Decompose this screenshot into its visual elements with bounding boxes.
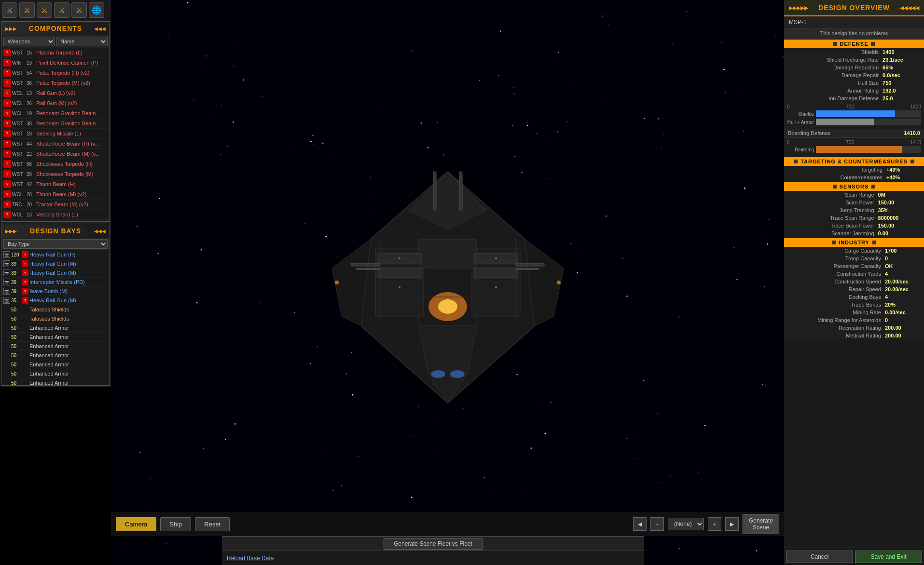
comp-code: WST	[12, 182, 26, 187]
stat-label: Shields	[784, 48, 881, 56]
toolbar-icon-5[interactable]: ⚔	[71, 2, 87, 18]
table-row: Scanner Jamming 0.00	[784, 229, 924, 237]
list-item[interactable]: ? WST 18 Seeking Missile (L)	[1, 129, 110, 139]
svg-point-4	[438, 299, 457, 314]
toolbar-icon-2[interactable]: ⚔	[19, 2, 35, 18]
svg-point-15	[557, 281, 561, 284]
comp-badge: ?	[3, 140, 11, 148]
list-item[interactable]: ? WCL 28 Thuon Beam (M) (v2)	[1, 189, 110, 200]
ship-button[interactable]: Ship	[160, 517, 191, 531]
toolbar-icon-1[interactable]: ⚔	[2, 2, 17, 18]
list-item[interactable]: ? WIN 13 Point Defense Cannon (P)	[1, 58, 110, 68]
list-item[interactable]: 50 Enhanced Armor	[1, 369, 110, 378]
stat-value: 192.0	[881, 87, 924, 94]
mini-btn-left[interactable]: ◀	[633, 517, 647, 531]
generate-scene-button[interactable]: GenerateScene	[743, 514, 779, 534]
list-item[interactable]: 50 Enhanced Armor	[1, 351, 110, 360]
bay-badge: ?	[22, 297, 28, 304]
shields-bar-max: 1400	[910, 104, 921, 109]
list-item[interactable]: 50 Enhanced Armor	[1, 333, 110, 342]
table-row: Trade Bonus 20%	[784, 301, 924, 309]
table-row: Shields 1400	[784, 48, 924, 56]
generate-fleet-bar: Generate Scene Fleet vs Fleet	[222, 536, 644, 551]
mini-btn-minus[interactable]: −	[650, 517, 664, 531]
reload-base-data-button[interactable]: Reload Base Data	[227, 555, 274, 562]
design-bays-list: 📷 120 ? Heavy Rail Gun (H) 📷 39 ? Heavy …	[1, 250, 110, 385]
list-item[interactable]: 50 Enhanced Armor	[1, 360, 110, 369]
list-item[interactable]: ? WST 15 Plasma Torpedo (L)	[1, 48, 110, 58]
comp-name: Pulse Torpedo (H) (v2)	[36, 70, 89, 76]
toolbar-icon-3[interactable]: ⚔	[37, 2, 52, 18]
list-item[interactable]: ? WCL 26 Rail Gun (M) (v2)	[1, 98, 110, 108]
camera-button[interactable]: Camera	[116, 517, 156, 531]
list-item[interactable]: 📷 39 ? Heavy Rail Gun (M)	[1, 259, 110, 269]
list-item[interactable]: 50 Enhanced Armor	[1, 323, 110, 333]
cancel-button[interactable]: Cancel	[786, 551, 853, 563]
no-problems-text: This design has no problems	[820, 30, 888, 36]
weapons-filter[interactable]: Weapons	[3, 37, 55, 46]
toolbar-icon-globe[interactable]: 🌐	[89, 2, 104, 18]
stat-value: 4	[883, 293, 924, 301]
comp-code: WCL	[12, 192, 26, 197]
comp-code: WST	[12, 131, 26, 136]
list-item[interactable]: ? TRC 20 Tractor Beam (M) (v2)	[1, 200, 110, 210]
list-item[interactable]: ? WST 36 Pulse Torpedo (M) (v2)	[1, 78, 110, 88]
scene-select[interactable]: (None)	[668, 518, 704, 530]
bay-badge: ?	[22, 279, 28, 285]
boarding-bar-labels: 0 705 1410	[787, 140, 921, 145]
list-item[interactable]: 50 Talassos Shields	[1, 314, 110, 323]
shields-bar-track	[816, 110, 921, 117]
list-item[interactable]: ? WST 42 Thuon Beam (H)	[1, 179, 110, 189]
list-item[interactable]: ? WCL 13 Rail Gun (L) (v2)	[1, 88, 110, 98]
boarding-fill	[816, 146, 902, 153]
svg-point-17	[431, 370, 445, 378]
bay-num: 50	[11, 325, 21, 331]
comp-num: 38	[27, 121, 35, 126]
list-item[interactable]: ? WST 26 Velocity Shard (M)	[1, 220, 110, 221]
comp-num: 20	[27, 202, 35, 207]
toolbar-icon-4[interactable]: ⚔	[54, 2, 69, 18]
list-item[interactable]: 📷 120 ? Heavy Rail Gun (H)	[1, 250, 110, 259]
hull-armor-bg	[816, 119, 921, 125]
comp-name: Thuon Beam (M) (v2)	[36, 191, 87, 197]
comp-num: 18	[27, 131, 35, 136]
comp-name: Resonant Graviton Beam	[36, 121, 96, 126]
list-item[interactable]: 50 Enhanced Armor	[1, 378, 110, 385]
table-row: Ion Damage Defense 25.0	[784, 94, 924, 102]
list-item[interactable]: ? WCL 13 Velocity Shard (L)	[1, 210, 110, 220]
list-item[interactable]: ? WST 22 Shatterforce Beam (M) (v...	[1, 149, 110, 159]
table-row: Countermeasures +40%	[784, 174, 924, 181]
list-item[interactable]: ? WST 44 Shatterforce Beam (H) (v...	[1, 139, 110, 149]
shields-bar-min: 0	[787, 104, 790, 109]
list-item[interactable]: 📷 39 ? Heavy Rail Gun (M)	[1, 269, 110, 278]
svg-rect-27	[459, 172, 462, 210]
list-item[interactable]: 📷 39 ? Interceptor Missile (PD)	[1, 278, 110, 287]
bay-num: 39	[11, 270, 21, 276]
table-row: Damage Reduction 65%	[784, 64, 924, 71]
list-item[interactable]: ? WCL 19 Resonant Graviton Beam	[1, 108, 110, 119]
list-item[interactable]: 📷 39 ? Wave Bomb (M)	[1, 287, 110, 296]
save-exit-button[interactable]: Save and Exit	[855, 551, 922, 563]
reset-button[interactable]: Reset	[195, 517, 230, 531]
stat-label: Construction Yards	[784, 270, 883, 278]
main-viewport[interactable]: Generate Scene Fleet vs Fleet Camera Shi…	[111, 0, 784, 565]
name-filter[interactable]: Name	[56, 37, 108, 46]
generate-fleet-button[interactable]: Generate Scene Fleet vs Fleet	[384, 538, 483, 550]
list-item[interactable]: ? WST 38 Resonant Graviton Beam	[1, 119, 110, 129]
list-item[interactable]: 50 Talassos Shields	[1, 305, 110, 314]
bay-badge: ?	[22, 269, 28, 276]
comp-badge: ?	[3, 150, 11, 158]
mini-btn-right[interactable]: ▶	[725, 517, 739, 531]
stat-label: Cargo Capacity	[784, 247, 883, 255]
list-item[interactable]: ? WST 54 Pulse Torpedo (H) (v2)	[1, 68, 110, 78]
stat-value: 8000000	[876, 214, 924, 222]
stat-label: Scan Power	[784, 199, 876, 206]
mini-btn-plus[interactable]: +	[708, 517, 721, 531]
list-item[interactable]: ? WST 56 Shockwave Torpedo (H)	[1, 159, 110, 169]
list-item[interactable]: 📷 35 ? Heavy Rail Gun (M)	[1, 296, 110, 305]
hull-armor-fill	[816, 119, 874, 125]
bay-type-filter[interactable]: Bay Type	[3, 239, 108, 249]
targeting-sq-left	[794, 160, 798, 163]
list-item[interactable]: 50 Enhanced Armor	[1, 342, 110, 351]
list-item[interactable]: ? WST 28 Shockwave Torpedo (M)	[1, 169, 110, 179]
